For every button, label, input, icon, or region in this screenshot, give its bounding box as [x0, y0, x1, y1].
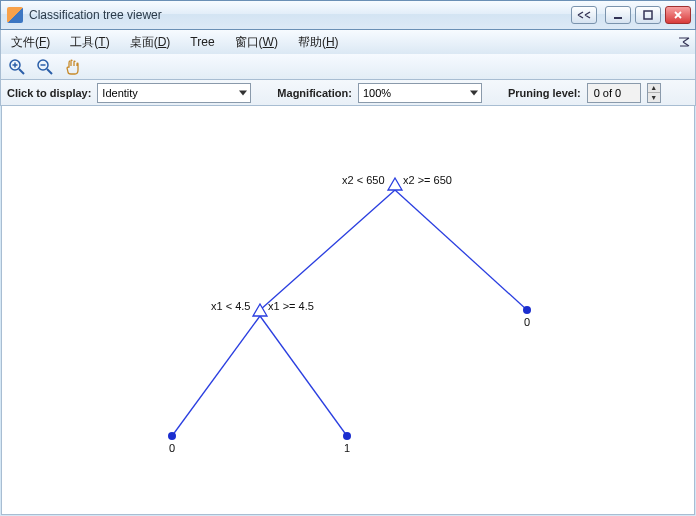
spinner-down-icon[interactable]: ▼ [648, 93, 660, 102]
zoom-out-button[interactable] [35, 57, 55, 77]
close-button[interactable] [665, 6, 691, 24]
leaf-node[interactable] [523, 306, 531, 314]
pruning-level-label: Pruning level: [508, 87, 581, 99]
menu-window[interactable]: 窗口(W) [235, 34, 278, 51]
svg-line-11 [172, 316, 260, 436]
pan-button[interactable] [63, 57, 83, 77]
leaf-class-label: 1 [344, 442, 350, 454]
split-node[interactable] [388, 178, 402, 190]
pruning-level-value: 0 of 0 [587, 83, 641, 103]
svg-line-3 [19, 69, 24, 74]
window-title: Classification tree viewer [29, 8, 571, 22]
split-condition-left: x2 < 650 [342, 174, 385, 186]
leaf-class-label: 0 [524, 316, 530, 328]
split-condition-right: x1 >= 4.5 [268, 300, 314, 312]
svg-line-10 [395, 190, 527, 310]
zoom-in-button[interactable] [7, 57, 27, 77]
split-condition-right: x2 >= 650 [403, 174, 452, 186]
menu-dropdown-icon[interactable] [677, 34, 691, 48]
svg-marker-13 [388, 178, 402, 190]
split-condition-left: x1 < 4.5 [211, 300, 250, 312]
spinner-up-icon[interactable]: ▲ [648, 84, 660, 94]
split-node[interactable] [253, 304, 267, 316]
pruning-level-spinner[interactable]: ▲▼ [647, 83, 661, 103]
click-display-select[interactable]: Identity [97, 83, 251, 103]
titlebar: Classification tree viewer [0, 0, 696, 30]
options-bar: Click to display: Identity Magnification… [0, 80, 696, 106]
click-display-label: Click to display: [7, 87, 91, 99]
minimize-button[interactable] [605, 6, 631, 24]
menu-help[interactable]: 帮助(H) [298, 34, 339, 51]
leaf-node[interactable] [343, 432, 351, 440]
maximize-button[interactable] [635, 6, 661, 24]
svg-line-7 [47, 69, 52, 74]
leaf-class-label: 0 [169, 442, 175, 454]
magnification-select[interactable]: 100% [358, 83, 482, 103]
dock-left-button[interactable] [571, 6, 597, 24]
leaf-node[interactable] [168, 432, 176, 440]
menu-tools[interactable]: 工具(T) [70, 34, 109, 51]
magnification-label: Magnification: [277, 87, 352, 99]
svg-line-9 [260, 190, 395, 310]
menu-file[interactable]: 文件(F) [11, 34, 50, 51]
svg-line-12 [260, 316, 347, 436]
svg-rect-0 [614, 17, 622, 19]
menu-tree[interactable]: Tree [190, 35, 214, 49]
toolbar [0, 54, 696, 80]
app-icon [7, 7, 23, 23]
tree-canvas[interactable]: x2 < 650x2 >= 650x1 < 4.5x1 >= 4.5001 [1, 106, 695, 515]
menubar: 文件(F) 工具(T) 桌面(D) Tree 窗口(W) 帮助(H) [0, 30, 696, 54]
svg-rect-1 [644, 11, 652, 19]
svg-marker-14 [253, 304, 267, 316]
menu-desktop[interactable]: 桌面(D) [130, 34, 171, 51]
